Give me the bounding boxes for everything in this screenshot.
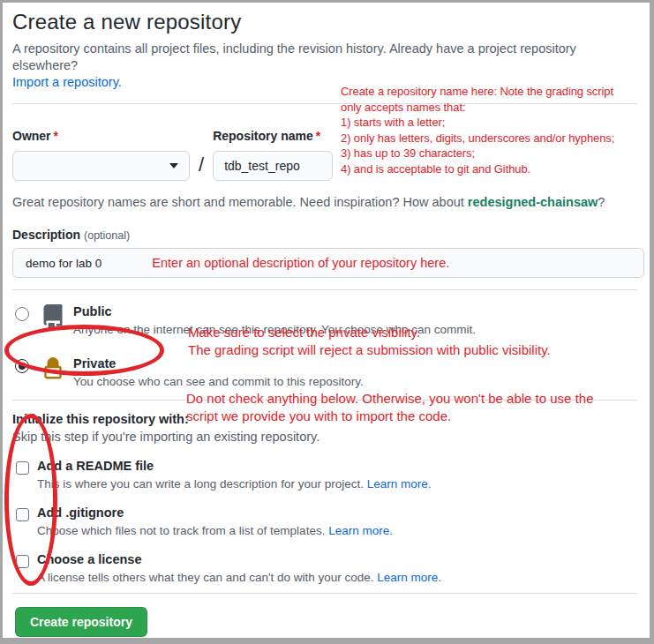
import-repository-link[interactable]: Import a repository.: [12, 75, 122, 89]
private-description: You choose who can see and commit to thi…: [73, 375, 364, 388]
description-annotation: Enter an optional description of your re…: [152, 256, 449, 270]
repo-name-label: Repository name*: [213, 129, 333, 143]
readme-label: Add a README file: [37, 459, 431, 473]
initialize-hint: Skip this step if you're importing an ex…: [12, 430, 637, 444]
private-radio[interactable]: [15, 359, 29, 373]
gitignore-label: Add .gitignore: [37, 505, 393, 520]
gitignore-checkbox[interactable]: [16, 508, 29, 521]
owner-label: Owner*: [12, 129, 190, 143]
divider: [12, 289, 637, 290]
readme-description: This is where you can write a long descr…: [37, 477, 431, 490]
license-checkbox[interactable]: [16, 555, 29, 568]
lock-icon: [40, 356, 66, 382]
owner-repo-separator: /: [199, 154, 204, 176]
repo-name-hint: Great repository names are short and mem…: [12, 195, 637, 209]
private-annotation: Make sure to select the private visibili…: [188, 324, 551, 359]
repo-name-annotation: Create a repository name here: Note the …: [341, 84, 614, 176]
gitignore-description: Choose which files not to track from a l…: [37, 524, 393, 537]
create-repository-button[interactable]: Create repository: [15, 607, 147, 637]
visibility-option-private[interactable]: Private You choose who can see and commi…: [12, 356, 637, 388]
repo-book-icon: [40, 303, 66, 330]
gitignore-learn-more-link[interactable]: Learn more.: [328, 524, 393, 537]
description-input[interactable]: demo for lab 0 Enter an optional descrip…: [12, 248, 644, 278]
page-subtitle: A repository contains all project files,…: [12, 41, 637, 74]
description-label: Description(optional): [12, 228, 637, 242]
public-label: Public: [73, 303, 476, 320]
page-title: Create a new repository: [12, 10, 637, 34]
public-radio[interactable]: [15, 307, 29, 321]
owner-select[interactable]: [12, 151, 190, 181]
repo-name-input[interactable]: tdb_test_repo: [213, 151, 333, 181]
option-add-gitignore[interactable]: Add .gitignore Choose which files not to…: [12, 505, 637, 537]
license-label: Choose a license: [37, 552, 441, 566]
readme-learn-more-link[interactable]: Learn more.: [367, 477, 432, 490]
required-asterisk: *: [316, 129, 320, 143]
initialize-annotation: Do not check anything below. Otherwise, …: [186, 390, 593, 425]
option-choose-license[interactable]: Choose a license A license tells others …: [12, 552, 637, 584]
required-asterisk: *: [54, 129, 58, 143]
readme-checkbox[interactable]: [16, 461, 29, 475]
description-value: demo for lab 0: [26, 257, 101, 270]
option-add-readme[interactable]: Add a README file This is where you can …: [12, 459, 637, 490]
chevron-down-icon: [169, 163, 178, 168]
suggested-repo-name[interactable]: redesigned-chainsaw: [468, 195, 598, 209]
divider: [12, 593, 637, 594]
license-description: A license tells others what they can and…: [37, 571, 441, 584]
license-learn-more-link[interactable]: Learn more.: [377, 571, 441, 584]
create-repository-page: Create a new repository A repository con…: [0, 0, 654, 644]
